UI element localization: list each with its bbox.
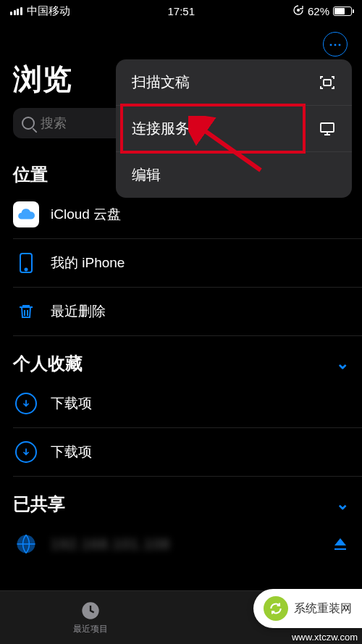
trash-icon [13,298,39,325]
chevron-down-icon: ⌄ [336,495,349,514]
menu-connect-server[interactable]: 连接服务器 [116,106,352,152]
status-bar: 中国移动 17:51 62% [0,0,362,22]
menu-edit[interactable]: 编辑 [116,152,352,198]
section-shared-header[interactable]: 已共享 ⌄ [13,493,349,516]
favorite-downloads[interactable]: 下载项 [13,380,362,428]
svg-rect-2 [321,123,334,132]
location-icloud[interactable]: iCloud 云盘 [13,191,362,239]
carrier-label: 中国移动 [27,4,70,18]
eject-icon[interactable] [332,535,349,553]
battery-icon [333,7,352,16]
watermark-badge: 系统重装网 [253,589,362,628]
icloud-icon [13,201,39,227]
download-icon [13,439,39,465]
list-label: 下载项 [51,394,92,413]
ellipsis-icon: ⋯ [329,36,342,52]
menu-scan-documents[interactable]: 扫描文稿 [116,59,352,106]
status-left: 中国移动 [10,4,70,18]
list-label: 最近删除 [51,302,106,321]
section-favorites-header[interactable]: 个人收藏 ⌄ [13,352,349,375]
refresh-icon [264,596,288,621]
page-title: 浏览 [13,59,72,99]
status-right: 62% [292,4,352,18]
rotation-lock-icon [292,4,304,18]
watermark-url: www.xtczw.com [292,632,358,643]
iphone-icon [13,250,39,276]
tab-label: 最近项目 [73,623,108,635]
clock: 17:51 [167,5,195,17]
monitor-icon [319,120,336,138]
list-label: 我的 iPhone [51,254,125,272]
menu-label: 扫描文稿 [132,72,190,92]
svg-point-5 [25,269,28,271]
svg-point-0 [298,9,300,11]
watermark-text: 系统重装网 [294,601,352,616]
server-address: 192.168.101.108 [51,536,320,553]
search-icon [22,117,35,130]
menu-label: 连接服务器 [132,119,204,138]
tab-recents[interactable]: 最近项目 [0,591,181,644]
svg-rect-1 [324,80,331,85]
scan-icon [319,74,336,91]
shared-server-item[interactable]: 192.168.101.108 [13,520,362,568]
menu-label: 编辑 [132,165,161,185]
location-my-iphone[interactable]: 我的 iPhone [13,239,362,288]
location-recently-deleted[interactable]: 最近删除 [13,288,362,336]
server-globe-icon [13,531,39,557]
section-title: 位置 [13,163,48,186]
context-menu: 扫描文稿 连接服务器 编辑 [116,59,352,198]
clock-icon [80,601,101,621]
battery-pct: 62% [308,5,329,17]
section-title: 个人收藏 [13,352,83,375]
chevron-down-icon: ⌄ [336,354,349,373]
section-title: 已共享 [13,493,65,516]
more-menu-button[interactable]: ⋯ [323,32,348,57]
favorite-downloads[interactable]: 下载项 [13,428,362,477]
download-icon [13,390,39,417]
list-label: iCloud 云盘 [51,205,121,224]
list-label: 下载项 [51,443,92,461]
signal-icon [10,7,22,15]
